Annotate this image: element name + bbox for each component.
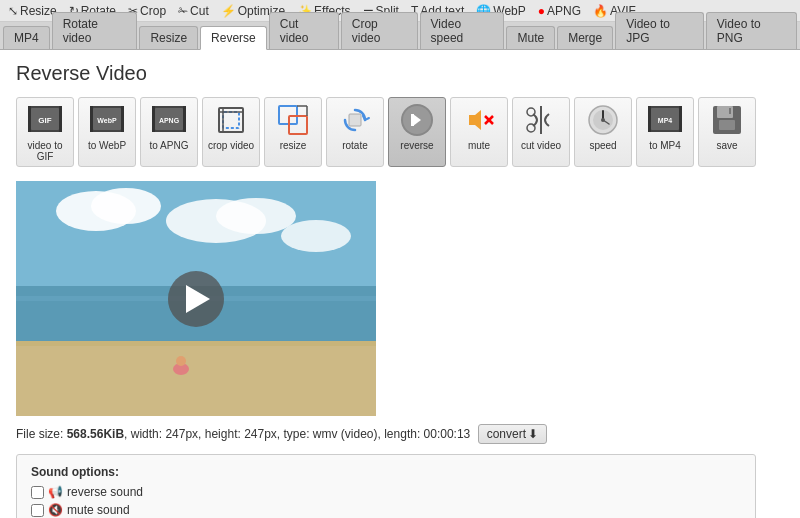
to-apng-icon: APNG: [151, 102, 187, 138]
save-icon: [709, 102, 745, 138]
video-player[interactable]: [16, 181, 376, 416]
tool-video-to-gif[interactable]: GIF video to GIF: [16, 97, 74, 167]
reverse-icon: [399, 102, 435, 138]
sound-option-mute: 🔇 mute sound: [31, 503, 741, 517]
toolbar: GIF video to GIF WebP to WebP: [16, 97, 784, 167]
tool-label-crop-video: crop video: [208, 140, 254, 151]
svg-rect-9: [121, 106, 124, 132]
tool-label-cut-video: cut video: [521, 140, 561, 151]
file-details: , width: 247px, height: 247px, type: wmv…: [124, 427, 470, 441]
play-button[interactable]: [168, 271, 224, 327]
to-webp-icon: WebP: [89, 102, 125, 138]
svg-rect-27: [411, 114, 414, 126]
svg-rect-14: [183, 106, 186, 132]
svg-point-50: [216, 198, 296, 234]
convert-arrow-icon: ⬇: [528, 427, 538, 441]
tool-label-speed: speed: [589, 140, 616, 151]
menu-label-cut: Cut: [190, 4, 209, 18]
mute-icon: [461, 102, 497, 138]
svg-marker-28: [469, 110, 481, 130]
svg-rect-4: [59, 106, 62, 132]
tab-mute[interactable]: Mute: [506, 26, 555, 49]
mute-sound-label[interactable]: mute sound: [67, 503, 130, 517]
svg-rect-55: [16, 346, 376, 416]
svg-rect-16: [223, 112, 239, 128]
tab-resize[interactable]: Resize: [139, 26, 198, 49]
svg-rect-45: [729, 108, 731, 114]
tool-speed[interactable]: speed: [574, 97, 632, 167]
svg-point-32: [527, 108, 535, 116]
menu-label-apng: APNG: [547, 4, 581, 18]
rotate-icon: [337, 102, 373, 138]
svg-point-48: [91, 188, 161, 224]
svg-rect-44: [719, 120, 735, 130]
sound-options-panel: Sound options: 📢 reverse sound 🔇 mute so…: [16, 454, 756, 518]
play-triangle-icon: [186, 285, 210, 313]
tab-rotate-video[interactable]: Rotate video: [52, 12, 138, 49]
crop-video-icon: [213, 102, 249, 138]
svg-rect-3: [28, 106, 31, 132]
tab-cut-video[interactable]: Cut video: [269, 12, 339, 49]
sound-option-reverse: 📢 reverse sound: [31, 485, 741, 499]
svg-rect-8: [90, 106, 93, 132]
tab-crop-video[interactable]: Crop video: [341, 12, 418, 49]
speed-icon: [585, 102, 621, 138]
svg-rect-13: [152, 106, 155, 132]
convert-button[interactable]: convert ⬇: [478, 424, 547, 444]
tool-to-apng[interactable]: APNG to APNG: [140, 97, 198, 167]
tab-video-to-jpg[interactable]: Video to JPG: [615, 12, 704, 49]
to-mp4-icon: MP4: [647, 102, 683, 138]
main-content: Reverse Video GIF video to GIF: [0, 50, 800, 518]
mute-sound-icon: 🔇: [48, 503, 63, 517]
svg-text:APNG: APNG: [159, 117, 180, 124]
page-title: Reverse Video: [16, 62, 784, 85]
menu-label-crop: Crop: [140, 4, 166, 18]
svg-point-51: [281, 220, 351, 252]
tool-resize[interactable]: resize: [264, 97, 322, 167]
tool-reverse[interactable]: reverse: [388, 97, 446, 167]
tab-mp4[interactable]: MP4: [3, 26, 50, 49]
tool-label-mute: mute: [468, 140, 490, 151]
tool-cut-video[interactable]: cut video: [512, 97, 570, 167]
tool-label-to-webp: to WebP: [88, 140, 126, 151]
menu-item-cut[interactable]: ✁ Cut: [174, 3, 213, 19]
svg-text:GIF: GIF: [38, 116, 51, 125]
cut-video-icon: [523, 102, 559, 138]
cut-icon: ✁: [178, 4, 188, 18]
resize-icon: [275, 102, 311, 138]
reverse-sound-icon: 📢: [48, 485, 63, 499]
apng-icon: ●: [538, 4, 545, 18]
file-info: File size: 568.56KiB, width: 247px, heig…: [16, 424, 784, 444]
tab-video-speed[interactable]: Video speed: [420, 12, 505, 49]
mute-sound-checkbox[interactable]: [31, 504, 44, 517]
tool-rotate[interactable]: rotate: [326, 97, 384, 167]
svg-text:WebP: WebP: [97, 117, 117, 124]
svg-point-57: [176, 356, 186, 366]
nav-tabs: MP4 Rotate video Resize Reverse Cut vide…: [0, 22, 800, 50]
svg-rect-23: [349, 114, 361, 126]
tool-mute[interactable]: mute: [450, 97, 508, 167]
file-size: 568.56KiB: [67, 427, 124, 441]
svg-point-33: [527, 124, 535, 132]
tool-label-to-apng: to APNG: [150, 140, 189, 151]
svg-rect-41: [679, 106, 682, 132]
tool-label-to-mp4: to MP4: [649, 140, 681, 151]
reverse-sound-checkbox[interactable]: [31, 486, 44, 499]
avif-icon: 🔥: [593, 4, 608, 18]
tool-crop-video[interactable]: crop video: [202, 97, 260, 167]
video-to-gif-icon: GIF: [27, 102, 63, 138]
convert-label: convert: [487, 427, 526, 441]
svg-point-36: [601, 118, 605, 122]
tab-video-to-png[interactable]: Video to PNG: [706, 12, 797, 49]
tab-merge[interactable]: Merge: [557, 26, 613, 49]
tool-to-mp4[interactable]: MP4 to MP4: [636, 97, 694, 167]
tool-save[interactable]: save: [698, 97, 756, 167]
svg-rect-40: [648, 106, 651, 132]
tool-label-save: save: [716, 140, 737, 151]
reverse-sound-label[interactable]: reverse sound: [67, 485, 143, 499]
sound-options-title: Sound options:: [31, 465, 741, 479]
optimize-icon: ⚡: [221, 4, 236, 18]
tab-reverse[interactable]: Reverse: [200, 26, 267, 50]
tool-to-webp[interactable]: WebP to WebP: [78, 97, 136, 167]
menu-item-apng[interactable]: ● APNG: [534, 3, 585, 19]
